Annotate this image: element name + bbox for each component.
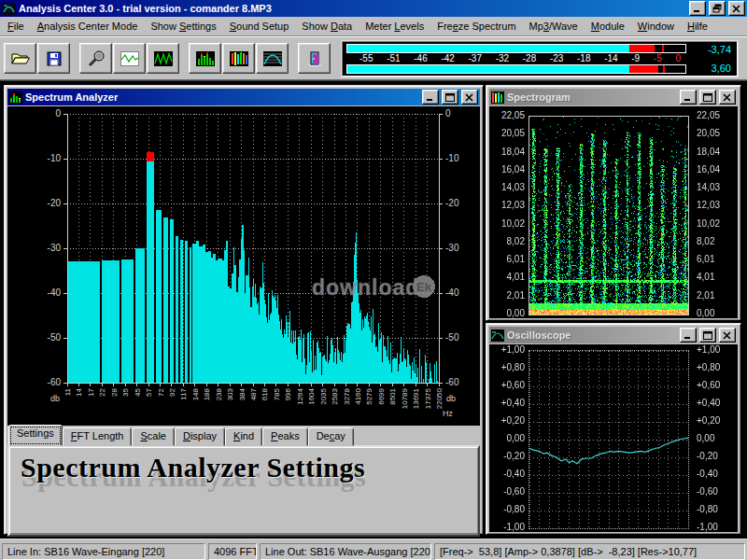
oscilloscope-axis-label: +0,80 [697, 362, 720, 373]
watermark: downloadEk [312, 275, 435, 300]
oscilloscope-window: Oscilloscope +1,00+1,00+0,80+0,80+0,60+0… [486, 323, 741, 535]
spectrogram-axis-label: 10,02 [489, 218, 525, 230]
status-bar: Line In: SB16 Wave-Eingang [220]4096 FFT… [0, 539, 747, 560]
svg-text:996: 996 [284, 387, 292, 400]
svg-text:-60: -60 [48, 377, 62, 387]
oscilloscope-view-button[interactable] [113, 43, 146, 74]
oscilloscope-axis-label: +1,00 [489, 344, 525, 356]
svg-text:-60: -60 [445, 377, 459, 387]
spectrogram-axis-label: 14,03 [697, 182, 720, 193]
menu-item-sound-setup[interactable]: Sound Setup [223, 19, 296, 35]
app-title: Analysis Center 3.0 - trial version - co… [19, 3, 686, 14]
status-measurements: [Freq-> 53,8] [Amp-> 0,3878] [dB-> -8,23… [434, 543, 745, 560]
oscilloscope-minimize-button[interactable] [680, 328, 697, 343]
svg-text:384: 384 [238, 387, 247, 400]
svg-text:45: 45 [134, 387, 142, 396]
oscilloscope-axis-label: +0,20 [697, 415, 720, 427]
svg-text:Hz: Hz [443, 409, 453, 418]
spectrogram-minimize-button[interactable] [680, 90, 697, 105]
spectrum-maximize-button[interactable] [442, 90, 458, 105]
spectrum-analyzer-titlebar[interactable]: Spectrum Analyzer [7, 89, 480, 105]
oscilloscope-window-icon [491, 329, 504, 342]
menu-item-module[interactable]: Module [585, 19, 631, 35]
exit-button[interactable] [298, 43, 331, 74]
save-button[interactable] [37, 43, 70, 74]
oscilloscope-maximize-button[interactable] [699, 328, 716, 343]
toolbar-group-0 [4, 43, 71, 74]
spectrum-curve-icon [263, 51, 282, 66]
svg-text:0: 0 [445, 108, 451, 119]
menu-item-file[interactable]: File [1, 19, 31, 35]
spectrogram-axis-label: 8,02 [489, 236, 525, 247]
app-titlebar[interactable]: Analysis Center 3.0 - trial version - co… [0, 0, 747, 17]
svg-text:-20: -20 [445, 198, 459, 208]
open-button[interactable] [4, 43, 36, 74]
svg-text:db: db [50, 394, 60, 403]
tab-fft-length[interactable]: FFT Length [63, 427, 133, 446]
spectrogram-axis-label: 6,01 [697, 254, 714, 265]
spectrogram-axis-label: 16,04 [697, 164, 720, 175]
oscilloscope-axis-label: -1,00 [697, 522, 718, 533]
spectrum-minimize-button[interactable] [422, 90, 439, 105]
spectrum-bars-icon [196, 51, 215, 66]
svg-text:28: 28 [110, 387, 119, 396]
menu-item-analysis-center-mode[interactable]: Analysis Center Mode [31, 19, 145, 35]
svg-text:10789: 10789 [401, 387, 409, 409]
microphone-icon [87, 50, 105, 67]
menu-item-show-data[interactable]: Show Data [295, 19, 359, 35]
spectrogram-axis-label: 4,01 [697, 272, 714, 283]
oscilloscope-title: Oscilloscope [507, 329, 677, 341]
spectrogram-close-button[interactable] [719, 90, 736, 105]
oscilloscope-axis-label: -0,40 [489, 469, 525, 480]
oscilloscope-titlebar[interactable]: Oscilloscope [489, 327, 738, 343]
record-button[interactable] [79, 43, 112, 74]
tab-display[interactable]: Display [175, 427, 225, 446]
close-button[interactable] [728, 1, 745, 16]
spectrum-analyzer-button[interactable] [189, 43, 221, 74]
spectrogram-axis-label: 12,03 [489, 200, 525, 211]
menu-item-meter-levels[interactable]: Meter Levels [359, 19, 430, 35]
toolbar-buttons [4, 43, 340, 74]
tab-decay[interactable]: Decay [308, 427, 354, 446]
spectrogram-axis-label: 10,02 [697, 218, 720, 230]
menu-item-show-settings[interactable]: Show Settings [144, 19, 222, 35]
spectrogram-button[interactable] [222, 43, 255, 74]
spectrogram-axis-label: 8,02 [697, 236, 714, 247]
menu-item-hilfe[interactable]: Hilfe [681, 19, 714, 35]
oscilloscope-axis-label: -0,40 [697, 469, 718, 480]
floppy-disk-icon [47, 51, 62, 66]
restore-button[interactable] [709, 1, 726, 16]
waveform-view-button[interactable] [147, 43, 179, 74]
oscilloscope-axis-label: +1,00 [697, 344, 720, 356]
menu-item-mp3-wave[interactable]: Mp3/Wave [523, 19, 585, 35]
spectrum-plot: 00-10-10-20-20-30-30-40-40-50-50-60-6011… [7, 106, 480, 426]
toolbar-group-3 [298, 43, 331, 74]
meter-scale-label: -51 [387, 53, 400, 63]
spectrogram-axis-label: 2,01 [697, 290, 714, 301]
spectrum-settings-panel: Spectrum Analyzer Settings Spectrum Anal… [7, 445, 480, 537]
spectrogram-axis-label: 18,04 [697, 147, 720, 158]
oscilloscope-axis-label: +0,20 [489, 415, 525, 427]
spectrum-close-button[interactable] [461, 90, 478, 105]
menu-item-window[interactable]: Window [631, 19, 681, 35]
spectrum-curve-button[interactable] [256, 43, 289, 74]
svg-text:Ek: Ek [416, 280, 432, 294]
svg-text:1264: 1264 [296, 387, 304, 404]
spectrogram-icon [230, 51, 248, 66]
tab-kind[interactable]: Kind [225, 427, 262, 446]
svg-text:4160: 4160 [354, 387, 362, 404]
meter-scale-label: -18 [577, 53, 590, 63]
tab-peaks[interactable]: Peaks [262, 427, 308, 446]
spectrogram-titlebar[interactable]: Spectrogram [489, 89, 738, 105]
minimize-button[interactable] [689, 1, 706, 16]
spectrum-analyzer-window: Spectrum Analyzer 00-10-10-20-20-30-30-4… [4, 85, 484, 535]
menu-item-freeze-spectrum[interactable]: Freeze Spectrum [430, 19, 522, 35]
tab-settings[interactable]: Settings [8, 425, 63, 446]
oscilloscope-axis-label: -0,80 [489, 504, 525, 515]
tab-scale[interactable]: Scale [132, 427, 175, 446]
spectrogram-axis-label: 22,05 [489, 110, 525, 121]
spectrogram-maximize-button[interactable] [699, 90, 716, 105]
svg-text:-50: -50 [445, 332, 459, 343]
spectrogram-plot: 22,0522,0520,0520,0518,0418,0416,0416,04… [489, 106, 738, 318]
oscilloscope-close-button[interactable] [719, 328, 736, 343]
